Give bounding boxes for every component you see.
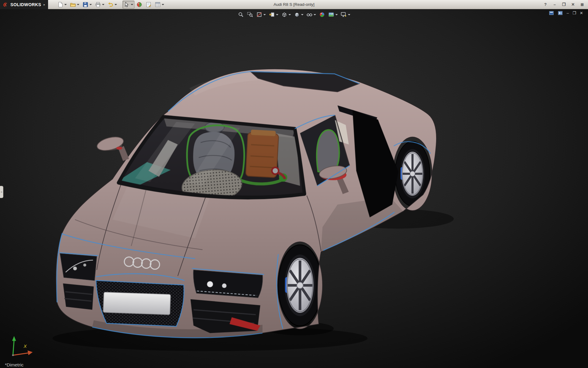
solidworks-logo-icon: [2, 2, 9, 8]
previous-view-button[interactable]: [268, 11, 279, 18]
solidworks-logo[interactable]: SOLIDWORKS ▸: [0, 0, 48, 9]
dropdown-chevron[interactable]: [64, 4, 67, 5]
appearance-ball-icon: [319, 11, 325, 18]
dropdown-chevron[interactable]: [162, 4, 164, 5]
orientation-triad: X: [7, 333, 35, 359]
dropdown-chevron[interactable]: [348, 14, 350, 15]
close-button[interactable]: ✕: [571, 2, 575, 7]
title-bar: SOLIDWORKS ▸: [0, 0, 588, 9]
print-button[interactable]: [94, 1, 106, 9]
doc-restore-button[interactable]: ❐: [572, 11, 576, 15]
doc-tile-button[interactable]: [549, 11, 554, 15]
view-orientation-button[interactable]: [280, 11, 292, 18]
previous-view-icon: [269, 11, 275, 18]
window-title: Audi R8 S [Read-only]: [273, 0, 315, 9]
featuremanager-collapsed-tab[interactable]: «: [0, 186, 3, 198]
new-document-button[interactable]: [56, 1, 68, 9]
document-window-controls: – ❐ ✕: [549, 11, 583, 15]
options-button[interactable]: [153, 1, 165, 9]
doc-close-button[interactable]: ✕: [580, 11, 583, 15]
new-document-icon: [57, 2, 63, 8]
view-settings-icon: [341, 11, 347, 18]
dropdown-chevron[interactable]: [314, 14, 316, 15]
edit-color-button[interactable]: [135, 1, 144, 9]
zoom-to-fit-icon: [238, 11, 244, 18]
hide-show-items-button[interactable]: [305, 11, 317, 18]
brand-text: SOLIDWORKS: [10, 2, 41, 7]
dropdown-chevron[interactable]: [301, 14, 303, 15]
zoom-to-area-button[interactable]: [246, 11, 254, 18]
save-button[interactable]: [81, 1, 93, 9]
doc-tile-icon: [549, 11, 554, 15]
zoom-to-area-icon: [247, 11, 253, 18]
open-icon: [70, 2, 76, 8]
dropdown-chevron[interactable]: [115, 4, 117, 5]
dropdown-chevron[interactable]: [131, 4, 133, 5]
dropdown-chevron[interactable]: [276, 14, 278, 15]
dropdown-chevron[interactable]: [288, 14, 291, 15]
dropdown-chevron[interactable]: [263, 14, 266, 15]
edit-color-icon: [136, 2, 142, 8]
section-view-button[interactable]: [255, 11, 267, 18]
view-settings-button[interactable]: [340, 11, 351, 18]
triad-x-label: X: [23, 344, 27, 349]
dropdown-chevron[interactable]: [89, 4, 92, 5]
menu-expand-chevron[interactable]: ▸: [43, 3, 45, 6]
doc-minimize-button[interactable]: –: [567, 11, 569, 15]
dropdown-chevron[interactable]: [102, 4, 104, 5]
glasses-icon: [306, 11, 313, 18]
select-cursor-icon: [124, 2, 130, 8]
restore-button[interactable]: ❐: [562, 2, 566, 7]
apply-scene-button[interactable]: [327, 11, 339, 18]
display-style-button[interactable]: [293, 11, 304, 18]
dropdown-chevron[interactable]: [335, 14, 338, 15]
open-button[interactable]: [69, 1, 81, 9]
doc-cascade-icon: [558, 11, 563, 15]
section-view-icon: [256, 11, 262, 18]
doc-cascade-button[interactable]: [558, 11, 563, 15]
help-button[interactable]: ?: [543, 2, 548, 7]
design-binder-button[interactable]: [144, 1, 153, 9]
window-controls: ? – ❐ ✕ ▦: [543, 2, 588, 7]
window-layout-button[interactable]: ▦: [580, 2, 584, 6]
dropdown-chevron[interactable]: [77, 4, 79, 5]
left-mirror: [96, 135, 129, 161]
heads-up-toolbar: [237, 11, 351, 18]
view-orientation-cube-icon: [281, 11, 288, 18]
minimize-button[interactable]: –: [552, 2, 557, 7]
main-toolbar: [56, 1, 165, 9]
undo-icon: [107, 2, 114, 8]
undo-button[interactable]: [106, 1, 118, 9]
options-table-icon: [155, 2, 161, 8]
save-icon: [82, 2, 89, 8]
car-3d-model: [0, 9, 588, 368]
print-icon: [95, 2, 101, 8]
solidworks-window: SOLIDWORKS ▸: [0, 0, 588, 368]
display-style-icon: [294, 11, 300, 18]
view-orientation-label: *Dimetric: [5, 362, 24, 367]
zoom-to-fit-button[interactable]: [237, 11, 245, 18]
viewport-3d[interactable]: – ❐ ✕ « X *Dimetric: [0, 9, 588, 368]
design-binder-icon: [145, 2, 152, 8]
select-button[interactable]: [123, 1, 134, 9]
apply-scene-icon: [328, 11, 334, 18]
edit-appearance-button[interactable]: [318, 11, 326, 18]
